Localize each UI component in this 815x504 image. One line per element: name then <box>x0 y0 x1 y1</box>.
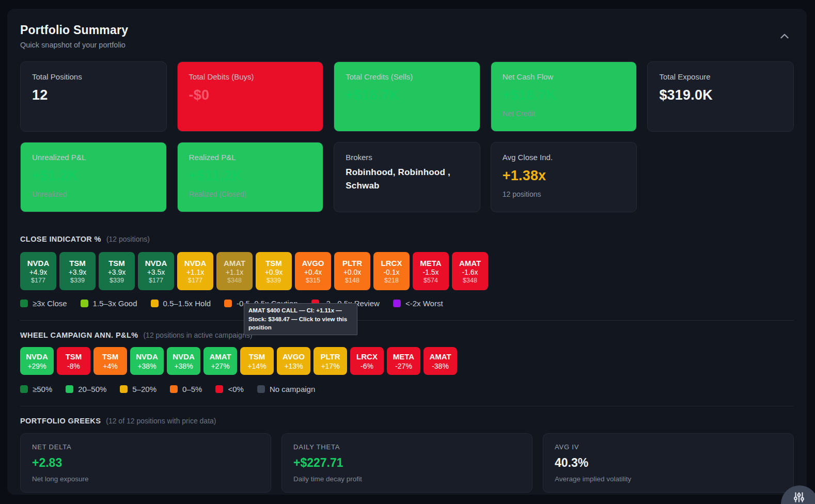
wheel-campaign-tile[interactable]: PLTR +17% <box>314 347 347 375</box>
close-indicator-tile[interactable]: NVDA +1.1x $177 <box>177 252 213 290</box>
tile-ticker: AMAT <box>209 352 231 361</box>
wheel-campaign-tile[interactable]: TSM -8% <box>57 347 90 375</box>
wheel-campaign-note: (12 positions in active campaigns) <box>143 331 252 339</box>
stats-row-2: Unrealized P&L +$1.2K Unrealized Realize… <box>20 142 794 212</box>
tile-ticker: TSM <box>108 259 125 267</box>
legend-color-swatch <box>20 385 28 393</box>
tile-ticker: TSM <box>66 352 82 361</box>
close-indicator-tile[interactable]: LRCX -0.1x $218 <box>373 252 410 290</box>
wheel-campaign-header: WHEEL CAMPAIGN ANN. P&L% (12 positions i… <box>20 331 794 339</box>
tile-ticker: PLTR <box>342 259 362 267</box>
greek-value: 40.3% <box>555 456 782 470</box>
tile-close-indicator-value: +1.1x <box>186 268 205 276</box>
collapse-button[interactable] <box>777 29 792 44</box>
portfolio-greeks-header: PORTFOLIO GREEKS (12 of 12 positions wit… <box>20 417 794 425</box>
stat-subtext: Net Credit <box>503 109 625 118</box>
greek-card: DAILY THETA +$227.71 Daily time decay pr… <box>281 433 532 493</box>
legend-label: ≥3x Close <box>33 299 67 308</box>
stat-label: Brokers <box>346 153 468 162</box>
wheel-campaign-tile[interactable]: AVGO +13% <box>277 347 310 375</box>
tile-ticker: LRCX <box>381 259 402 267</box>
legend-item: ≥3x Close <box>20 299 67 308</box>
legend-item: 1.5–3x Good <box>81 299 137 308</box>
stat-value: 12 <box>32 87 155 103</box>
legend-item: 0–5% <box>170 385 202 393</box>
wheel-campaign-tiles: NVDA +29% TSM -8% TSM +4% NVDA +38% NVDA… <box>20 347 794 375</box>
wheel-campaign-tile[interactable]: TSM +4% <box>93 347 127 375</box>
stat-card: Total Positions 12 <box>20 61 167 132</box>
wheel-campaign-tile[interactable]: NVDA +29% <box>20 347 54 375</box>
close-indicator-tile[interactable]: PLTR +0.0x $148 <box>334 252 370 290</box>
close-indicator-tile[interactable]: AMAT +1.1x $348 <box>216 252 253 290</box>
tile-stock-price: $339 <box>267 277 281 284</box>
legend-item: <-2x Worst <box>393 299 443 308</box>
greek-value: +$227.71 <box>293 456 521 470</box>
tile-ticker: NVDA <box>26 352 48 361</box>
close-indicator-tile[interactable]: TSM +0.9x $339 <box>256 252 292 290</box>
greek-card: NET DELTA +2.83 Net long exposure <box>20 433 271 493</box>
close-indicator-tile[interactable]: TSM +3.9x $339 <box>59 252 96 290</box>
wheel-campaign-tile[interactable]: AMAT -38% <box>424 347 457 375</box>
stat-card: Brokers Robinhood, Robinhood , Schwab <box>334 142 480 212</box>
stat-label: Total Debits (Buys) <box>189 72 312 81</box>
position-tooltip: AMAT $400 CALL — CI: +1.11x — Stock: $34… <box>244 303 357 335</box>
tile-stock-price: $177 <box>188 277 202 284</box>
close-indicator-tile[interactable]: META -1.5x $574 <box>413 252 449 290</box>
greek-subtext: Net long exposure <box>32 475 259 483</box>
tile-ticker: PLTR <box>320 352 340 361</box>
stats-row-1: Total Positions 12 Total Debits (Buys) -… <box>20 61 794 132</box>
greek-label: DAILY THETA <box>293 443 521 451</box>
panel-header: Portfolio Summary Quick snapshot of your… <box>20 23 794 49</box>
wheel-campaign-tile[interactable]: NVDA +38% <box>167 347 200 375</box>
wheel-campaign-tile[interactable]: TSM +14% <box>240 347 274 375</box>
legend-color-swatch <box>120 385 128 393</box>
tile-pnl-percent: -27% <box>395 362 412 370</box>
greek-value: +2.83 <box>32 456 259 470</box>
wheel-campaign-tile[interactable]: LRCX -6% <box>350 347 384 375</box>
wheel-campaign-tile[interactable]: AMAT +27% <box>203 347 237 375</box>
tile-ticker: TSM <box>69 259 86 267</box>
tile-ticker: NVDA <box>27 259 50 267</box>
tile-stock-price: $148 <box>345 277 359 284</box>
stat-card: Total Credits (Sells) +$18.7K <box>334 61 480 132</box>
stat-value: +$1.2K <box>32 168 155 184</box>
tile-ticker: LRCX <box>356 352 378 361</box>
stat-value: -$0 <box>189 87 312 103</box>
legend-item: 0.5–1.5x Hold <box>151 299 211 308</box>
sliders-icon <box>792 491 806 504</box>
close-indicator-legend: ≥3x Close 1.5–3x Good 0.5–1.5x Hold -0.5… <box>20 299 794 308</box>
wheel-campaign-tile[interactable]: META -27% <box>387 347 420 375</box>
tile-ticker: TSM <box>249 352 265 361</box>
legend-item: 5–20% <box>120 385 156 393</box>
stat-subtext: Unrealized <box>32 190 155 198</box>
portfolio-summary-panel: Portfolio Summary Quick snapshot of your… <box>7 9 807 495</box>
tile-ticker: META <box>393 352 414 361</box>
tile-close-indicator-value: -1.5x <box>422 268 438 276</box>
close-indicator-tile[interactable]: NVDA +3.5x $177 <box>138 252 174 290</box>
tile-close-indicator-value: +3.5x <box>147 268 165 276</box>
close-indicator-tile[interactable]: AMAT -1.6x $348 <box>452 252 488 290</box>
tile-stock-price: $177 <box>149 277 163 284</box>
tile-stock-price: $339 <box>70 277 85 284</box>
legend-color-swatch <box>224 300 232 307</box>
close-indicator-tile[interactable]: TSM +3.9x $339 <box>99 252 135 290</box>
tile-pnl-percent: +17% <box>321 362 339 370</box>
close-indicator-tile[interactable]: NVDA +4.9x $177 <box>20 252 56 290</box>
tile-pnl-percent: +38% <box>137 362 156 370</box>
legend-label: 5–20% <box>132 385 156 393</box>
tile-pnl-percent: -8% <box>67 362 80 370</box>
stat-label: Realized P&L <box>189 153 312 162</box>
tile-pnl-percent: +13% <box>284 362 303 370</box>
wheel-campaign-tile[interactable]: NVDA +38% <box>130 347 164 375</box>
legend-color-swatch <box>215 385 223 393</box>
close-indicator-tile[interactable]: AVGO +0.4x $315 <box>295 252 331 290</box>
section-divider <box>20 320 794 321</box>
greek-label: AVG IV <box>555 443 782 451</box>
tile-ticker: TSM <box>102 352 119 361</box>
greek-subtext: Average implied volatility <box>555 475 782 483</box>
tile-stock-price: $315 <box>306 277 320 284</box>
page-subtitle: Quick snapshot of your portfolio <box>20 41 794 49</box>
tile-close-indicator-value: -1.6x <box>462 268 478 276</box>
legend-color-swatch <box>66 385 73 393</box>
wheel-campaign-legend: ≥50% 20–50% 5–20% 0–5% <0% No campaign <box>20 385 794 393</box>
